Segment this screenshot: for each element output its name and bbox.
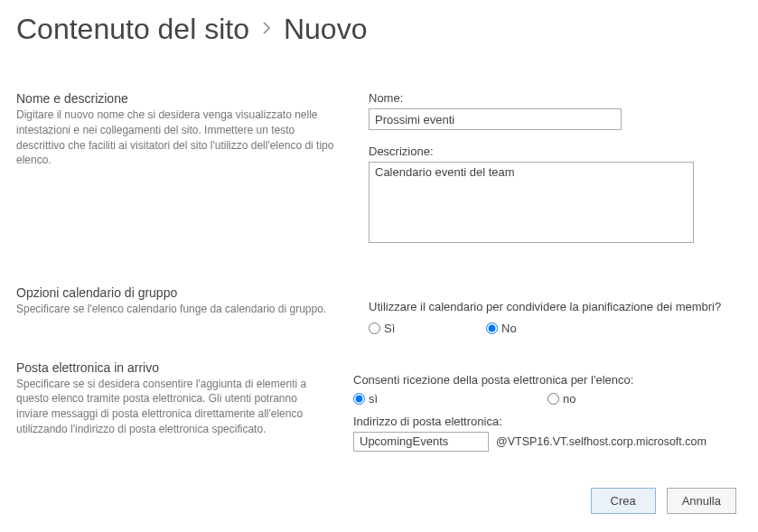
section-title-name: Nome e descrizione: [16, 91, 342, 106]
radio-label-no: No: [501, 322, 517, 335]
section-title-email: Posta elettronica in arrivo: [16, 360, 326, 375]
section-title-groupcal: Opzioni calendario di gruppo: [16, 285, 342, 300]
create-button[interactable]: Crea: [591, 488, 656, 514]
name-input[interactable]: [369, 108, 622, 130]
section-desc-groupcal: Specificare se l'elenco calendario funge…: [16, 302, 342, 317]
radio-email-no[interactable]: no: [547, 392, 742, 406]
email-address-suffix: @VTSP16.VT.selfhost.corp.microsoft.com: [496, 435, 707, 448]
radio-groupcal-no[interactable]: No: [486, 322, 604, 335]
email-allow-question: Consenti ricezione della posta elettroni…: [353, 373, 742, 387]
section-desc-email: Specificare se si desidera consentire l'…: [16, 377, 326, 437]
breadcrumb-parent[interactable]: Contenuto del sito: [16, 13, 249, 46]
breadcrumb: Contenuto del sito Nuovo: [16, 13, 742, 46]
section-group-calendar: Opzioni calendario di gruppo Specificare…: [16, 285, 742, 335]
radio-email-yes-input[interactable]: [353, 393, 365, 405]
group-cal-question: Utilizzare il calendario per condividere…: [369, 298, 742, 316]
radio-email-yes[interactable]: sì: [353, 392, 547, 406]
radio-groupcal-no-input[interactable]: [486, 322, 498, 334]
name-label: Nome:: [369, 91, 742, 105]
radio-groupcal-yes[interactable]: Sì: [369, 322, 486, 335]
description-input[interactable]: [369, 162, 694, 243]
radio-groupcal-yes-input[interactable]: [369, 322, 380, 334]
email-address-input[interactable]: [353, 432, 489, 452]
breadcrumb-current: Nuovo: [284, 13, 368, 46]
email-address-label: Indirizzo di posta elettronica:: [353, 415, 742, 428]
radio-label-si: Sì: [384, 322, 395, 335]
cancel-button[interactable]: Annulla: [667, 488, 736, 514]
section-name-description: Nome e descrizione Digitare il nuovo nom…: [16, 91, 742, 260]
radio-label-email-no: no: [563, 392, 576, 406]
radio-label-email-si: sì: [369, 392, 378, 406]
description-label: Descrizione:: [369, 145, 742, 158]
radio-email-no-input[interactable]: [547, 393, 559, 405]
section-incoming-email: Posta elettronica in arrivo Specificare …: [16, 360, 742, 452]
button-row: Crea Annulla: [16, 488, 742, 514]
section-desc-name: Digitare il nuovo nome che si desidera v…: [16, 107, 342, 168]
chevron-right-icon: [262, 20, 271, 39]
